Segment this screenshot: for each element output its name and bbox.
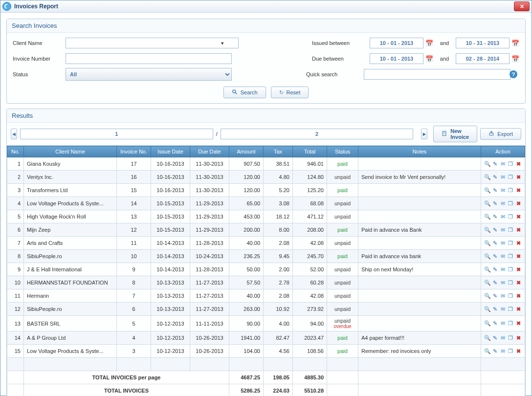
edit-icon[interactable]: ✎ xyxy=(492,213,499,220)
calendar-icon[interactable]: 📅 xyxy=(425,55,433,63)
delete-icon[interactable]: ✖ xyxy=(515,200,522,207)
edit-icon[interactable]: ✎ xyxy=(492,279,499,286)
col-amount[interactable]: Amount xyxy=(229,146,264,157)
table-row[interactable]: 1Giana Kousky1710-16-201311-30-2013907.5… xyxy=(7,157,525,171)
delete-icon[interactable]: ✖ xyxy=(515,187,522,194)
search-button[interactable]: Search xyxy=(223,87,266,98)
issued-to-input[interactable] xyxy=(456,38,510,48)
view-icon[interactable]: 🔍 xyxy=(484,292,491,299)
pager-prev-button[interactable]: ◄ xyxy=(11,129,17,139)
duplicate-icon[interactable]: ❐ xyxy=(508,279,514,286)
help-icon[interactable]: ? xyxy=(510,70,517,78)
table-row[interactable]: 15Low Voltage Products & Syste...310-12-… xyxy=(7,345,525,358)
duplicate-icon[interactable]: ❐ xyxy=(508,187,514,194)
col-client[interactable]: Client Name xyxy=(24,146,117,157)
edit-icon[interactable]: ✎ xyxy=(492,200,499,207)
edit-icon[interactable]: ✎ xyxy=(492,187,499,194)
calendar-icon[interactable]: 📅 xyxy=(511,40,519,47)
delete-icon[interactable]: ✖ xyxy=(515,306,522,312)
table-row[interactable]: 10HERMANNSTADT FOUNDATION810-13-201311-2… xyxy=(7,276,525,289)
delete-icon[interactable]: ✖ xyxy=(515,320,522,327)
col-notes[interactable]: Notes xyxy=(358,146,481,157)
table-row[interactable]: 12SibiuPeople.ro610-13-201311-27-2013263… xyxy=(7,303,525,316)
delete-icon[interactable]: ✖ xyxy=(515,160,522,167)
send-icon[interactable]: ✉ xyxy=(500,187,507,194)
new-invoice-button[interactable]: New Invoice xyxy=(433,126,477,142)
delete-icon[interactable]: ✖ xyxy=(515,334,522,341)
pager-current-input[interactable] xyxy=(20,129,213,139)
view-icon[interactable]: 🔍 xyxy=(484,279,491,286)
send-icon[interactable]: ✉ xyxy=(500,292,507,299)
due-to-input[interactable] xyxy=(456,53,510,64)
quick-search-input[interactable] xyxy=(364,69,510,80)
table-row[interactable]: 5High Voltage Rock'n Roll1310-15-201311-… xyxy=(7,210,525,223)
duplicate-icon[interactable]: ❐ xyxy=(508,320,514,327)
edit-icon[interactable]: ✎ xyxy=(492,160,499,167)
duplicate-icon[interactable]: ❐ xyxy=(508,213,514,220)
invoice-number-input[interactable] xyxy=(66,53,232,64)
calendar-icon[interactable]: 📅 xyxy=(425,40,433,47)
send-icon[interactable]: ✉ xyxy=(500,253,507,260)
delete-icon[interactable]: ✖ xyxy=(515,292,522,299)
send-icon[interactable]: ✉ xyxy=(500,334,507,341)
table-row[interactable]: 13BASTER SRL510-12-201311-11-201390.004.… xyxy=(7,316,525,331)
table-row[interactable]: 14A & P Group Ltd410-12-201310-26-201319… xyxy=(7,331,525,345)
table-row[interactable]: 3Transformers Ltd1510-16-201311-30-20131… xyxy=(7,184,525,197)
send-icon[interactable]: ✉ xyxy=(500,348,507,354)
col-due-date[interactable]: Due Date xyxy=(190,146,229,157)
edit-icon[interactable]: ✎ xyxy=(492,240,499,246)
view-icon[interactable]: 🔍 xyxy=(484,253,491,260)
edit-icon[interactable]: ✎ xyxy=(492,253,499,260)
send-icon[interactable]: ✉ xyxy=(500,279,507,286)
delete-icon[interactable]: ✖ xyxy=(515,213,522,220)
duplicate-icon[interactable]: ❐ xyxy=(508,348,514,354)
view-icon[interactable]: 🔍 xyxy=(484,348,491,354)
duplicate-icon[interactable]: ❐ xyxy=(508,334,514,341)
send-icon[interactable]: ✉ xyxy=(500,320,507,327)
table-row[interactable]: 6Mijn Zeep1210-15-201311-29-2013200.008.… xyxy=(7,223,525,237)
col-no[interactable]: No. xyxy=(7,146,24,157)
duplicate-icon[interactable]: ❐ xyxy=(508,266,514,273)
pager-next-button[interactable]: ► xyxy=(421,129,427,139)
duplicate-icon[interactable]: ❐ xyxy=(508,200,514,207)
delete-icon[interactable]: ✖ xyxy=(515,279,522,286)
view-icon[interactable]: 🔍 xyxy=(484,226,491,233)
edit-icon[interactable]: ✎ xyxy=(492,174,499,180)
view-icon[interactable]: 🔍 xyxy=(484,213,491,220)
send-icon[interactable]: ✉ xyxy=(500,160,507,167)
col-status[interactable]: Status xyxy=(327,146,358,157)
edit-icon[interactable]: ✎ xyxy=(492,226,499,233)
edit-icon[interactable]: ✎ xyxy=(492,334,499,341)
delete-icon[interactable]: ✖ xyxy=(515,266,522,273)
send-icon[interactable]: ✉ xyxy=(500,240,507,246)
col-invoice-no[interactable]: Invoice No. xyxy=(117,146,151,157)
duplicate-icon[interactable]: ❐ xyxy=(508,160,514,167)
view-icon[interactable]: 🔍 xyxy=(484,240,491,246)
edit-icon[interactable]: ✎ xyxy=(492,292,499,299)
delete-icon[interactable]: ✖ xyxy=(515,174,522,180)
view-icon[interactable]: 🔍 xyxy=(484,334,491,341)
close-button[interactable]: ✕ xyxy=(514,1,530,11)
table-row[interactable]: 2Ventyx Inc.1610-16-201311-30-2013120.00… xyxy=(7,171,525,184)
edit-icon[interactable]: ✎ xyxy=(492,320,499,327)
duplicate-icon[interactable]: ❐ xyxy=(508,306,514,312)
send-icon[interactable]: ✉ xyxy=(500,213,507,220)
view-icon[interactable]: 🔍 xyxy=(484,320,491,327)
edit-icon[interactable]: ✎ xyxy=(492,266,499,273)
view-icon[interactable]: 🔍 xyxy=(484,174,491,180)
view-icon[interactable]: 🔍 xyxy=(484,266,491,273)
due-from-input[interactable] xyxy=(370,53,423,64)
export-button[interactable]: Export xyxy=(480,128,521,140)
table-row[interactable]: 9J & E Hall International910-14-201311-2… xyxy=(7,263,525,276)
table-row[interactable]: 8SibiuPeople.ro1010-14-201310-24-2013236… xyxy=(7,250,525,263)
duplicate-icon[interactable]: ❐ xyxy=(508,226,514,233)
delete-icon[interactable]: ✖ xyxy=(515,253,522,260)
col-tax[interactable]: Tax xyxy=(264,146,293,157)
send-icon[interactable]: ✉ xyxy=(500,226,507,233)
duplicate-icon[interactable]: ❐ xyxy=(508,174,514,180)
delete-icon[interactable]: ✖ xyxy=(515,240,522,246)
view-icon[interactable]: 🔍 xyxy=(484,200,491,207)
send-icon[interactable]: ✉ xyxy=(500,200,507,207)
duplicate-icon[interactable]: ❐ xyxy=(508,292,514,299)
send-icon[interactable]: ✉ xyxy=(500,174,507,180)
